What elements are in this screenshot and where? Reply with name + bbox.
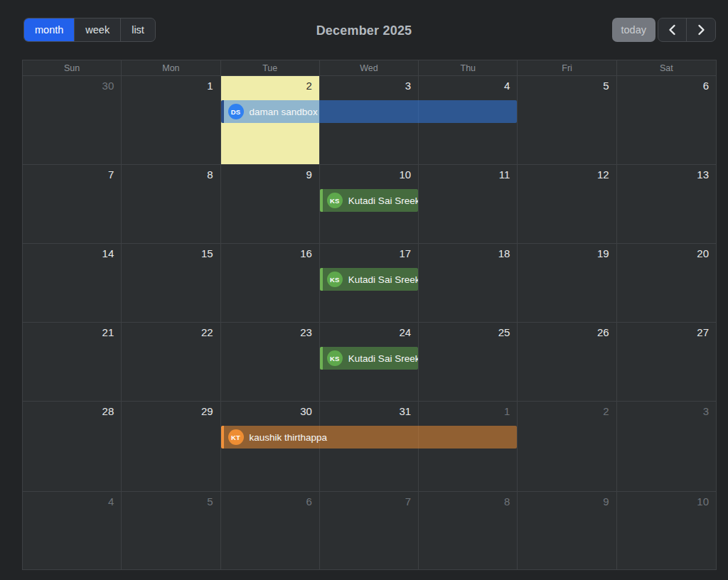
- date-number: 3: [703, 405, 709, 417]
- event-title: Kutadi Sai Sreeka: [348, 195, 418, 206]
- dow-label-thu: Thu: [419, 60, 518, 76]
- day-cell[interactable]: 3: [617, 402, 716, 492]
- day-cell[interactable]: 9: [221, 165, 320, 244]
- day-cell[interactable]: 9: [518, 492, 616, 569]
- day-cell[interactable]: 5: [122, 492, 220, 569]
- date-number: 6: [703, 80, 709, 92]
- avatar: KS: [327, 350, 343, 366]
- day-cell[interactable]: 11: [419, 165, 518, 244]
- day-of-week-header: Sun Mon Tue Wed Thu Fri Sat: [23, 60, 716, 76]
- chevron-left-icon: [668, 24, 676, 36]
- date-number: 10: [399, 168, 411, 181]
- day-cell[interactable]: 25: [419, 323, 518, 402]
- date-number: 22: [201, 326, 213, 338]
- date-number: 23: [300, 326, 312, 338]
- date-number: 30: [300, 405, 312, 417]
- date-number: 9: [306, 168, 312, 181]
- week-row: 14 15 16 17 18 19 20 KS Kutadi Sai Sreek…: [23, 244, 716, 323]
- date-number: 1: [207, 80, 213, 92]
- date-number: 2: [306, 80, 312, 92]
- day-cell[interactable]: 26: [518, 323, 616, 402]
- day-cell[interactable]: 18: [419, 244, 518, 323]
- date-number: 24: [399, 326, 411, 338]
- day-cell[interactable]: 22: [122, 323, 220, 402]
- day-cell[interactable]: 8: [419, 492, 518, 569]
- day-cell[interactable]: 6: [617, 76, 716, 165]
- week-row: 30 1 2 3 4 5 6 DS daman sandbox: [23, 76, 716, 165]
- day-cell[interactable]: 1: [122, 76, 220, 165]
- week-row: 4 5 6 7 8 9 10: [23, 492, 716, 569]
- date-number: 27: [697, 326, 709, 338]
- date-number: 17: [399, 247, 411, 259]
- day-cell[interactable]: 29: [122, 402, 220, 492]
- week-row: 28 29 30 31 1 2 3 KT kaushik thirthappa: [23, 402, 716, 492]
- day-cell[interactable]: 12: [518, 165, 616, 244]
- date-number: 31: [399, 405, 411, 417]
- navigation-controls: today: [612, 18, 716, 42]
- dow-label-sun: Sun: [23, 60, 122, 76]
- dow-label-sat: Sat: [617, 60, 716, 76]
- day-cell[interactable]: 23: [221, 323, 320, 402]
- day-cell[interactable]: 7: [320, 492, 419, 569]
- date-number: 1: [504, 405, 510, 417]
- date-number: 8: [504, 495, 510, 508]
- next-button[interactable]: [687, 18, 715, 41]
- date-number: 10: [697, 495, 709, 508]
- day-cell[interactable]: 15: [122, 244, 220, 323]
- date-number: 9: [603, 495, 609, 508]
- day-cell[interactable]: 16: [221, 244, 320, 323]
- date-number: 7: [405, 495, 411, 508]
- date-number: 20: [697, 247, 709, 259]
- day-cell[interactable]: 21: [23, 323, 122, 402]
- calendar-event[interactable]: DS daman sandbox: [221, 100, 518, 123]
- date-number: 21: [102, 326, 114, 338]
- day-cell[interactable]: 8: [122, 165, 220, 244]
- date-number: 14: [102, 247, 114, 259]
- day-cell[interactable]: 4: [23, 492, 122, 569]
- date-number: 25: [498, 326, 510, 338]
- date-number: 16: [300, 247, 312, 259]
- calendar-event[interactable]: KS Kutadi Sai Sreeka: [320, 347, 418, 370]
- date-number: 8: [207, 168, 213, 181]
- event-title: Kutadi Sai Sreeka: [348, 274, 418, 285]
- calendar-event[interactable]: KS Kutadi Sai Sreeka: [320, 268, 418, 291]
- date-number: 18: [498, 247, 510, 259]
- day-cell[interactable]: 28: [23, 402, 122, 492]
- dow-label-wed: Wed: [320, 60, 419, 76]
- day-cell[interactable]: 20: [617, 244, 716, 323]
- prev-button[interactable]: [658, 18, 687, 41]
- avatar: DS: [228, 104, 244, 119]
- day-cell[interactable]: 6: [221, 492, 320, 569]
- date-number: 3: [405, 80, 411, 92]
- dow-label-fri: Fri: [518, 60, 616, 76]
- day-cell[interactable]: 5: [518, 76, 616, 165]
- day-cell[interactable]: 27: [617, 323, 716, 402]
- date-number: 5: [603, 80, 609, 92]
- day-cell[interactable]: 30: [23, 76, 122, 165]
- day-cell[interactable]: 7: [23, 165, 122, 244]
- date-number: 7: [108, 168, 114, 181]
- prev-next-group: [658, 18, 716, 42]
- date-number: 19: [597, 247, 609, 259]
- day-cell[interactable]: 14: [23, 244, 122, 323]
- date-number: 28: [102, 405, 114, 417]
- event-title: Kutadi Sai Sreeka: [348, 353, 418, 364]
- week-row: 21 22 23 24 25 26 27 KS Kutadi Sai Sreek…: [23, 323, 716, 402]
- date-number: 29: [201, 405, 213, 417]
- calendar-toolbar: month week list December 2025 today: [0, 0, 728, 60]
- date-number: 4: [108, 495, 114, 508]
- today-button[interactable]: today: [612, 18, 655, 42]
- day-cell[interactable]: 13: [617, 165, 716, 244]
- day-cell[interactable]: 19: [518, 244, 616, 323]
- date-number: 26: [597, 326, 609, 338]
- date-number: 15: [201, 247, 213, 259]
- day-cell[interactable]: 2: [518, 402, 616, 492]
- date-number: 30: [102, 80, 114, 92]
- month-grid: Sun Mon Tue Wed Thu Fri Sat 30 1 2 3 4 5…: [22, 60, 717, 570]
- event-title: kaushik thirthappa: [250, 432, 328, 443]
- day-cell[interactable]: 10: [617, 492, 716, 569]
- date-number: 11: [499, 168, 510, 181]
- avatar: KT: [228, 429, 244, 445]
- calendar-event[interactable]: KS Kutadi Sai Sreeka: [320, 189, 418, 212]
- calendar-event[interactable]: KT kaushik thirthappa: [221, 426, 518, 449]
